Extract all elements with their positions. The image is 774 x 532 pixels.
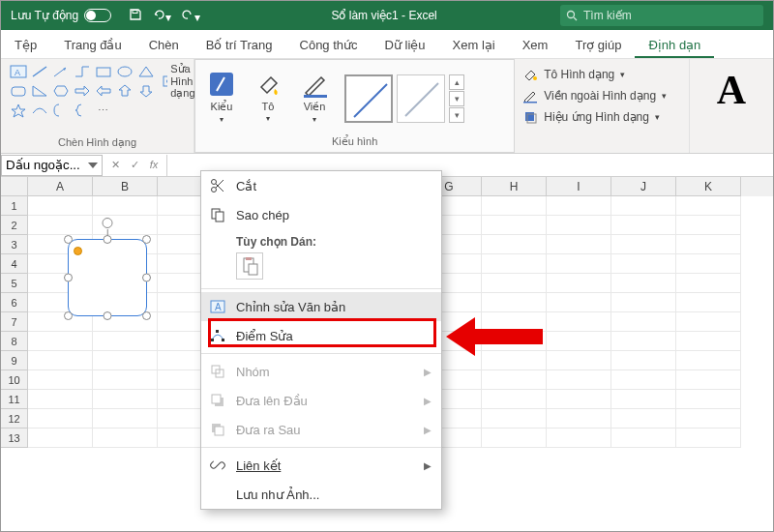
fx-icon[interactable]: fx <box>145 159 163 171</box>
style-preset-1[interactable] <box>344 74 393 123</box>
paint-bucket-small-icon <box>522 67 538 82</box>
row-header[interactable]: 12 <box>1 409 28 429</box>
style-down-icon[interactable]: ▾ <box>449 91 464 106</box>
menu-link[interactable]: Liên kết ▶ <box>201 451 441 480</box>
tab-page-layout[interactable]: Bố trí Trang <box>193 32 286 58</box>
row-header[interactable]: 4 <box>1 254 28 274</box>
cancel-formula-icon[interactable]: ✕ <box>106 159 124 171</box>
tab-review[interactable]: Xem lại <box>439 32 509 58</box>
arrow-line-icon <box>51 63 71 80</box>
resize-handle[interactable] <box>142 235 151 244</box>
col-header[interactable]: B <box>93 177 158 196</box>
svg-text:A: A <box>15 68 20 77</box>
hexagon-shape-icon <box>51 82 71 100</box>
tab-view[interactable]: Xem <box>509 32 562 58</box>
col-header[interactable]: A <box>28 177 93 196</box>
connector-icon <box>73 63 92 80</box>
svg-rect-40 <box>215 427 223 435</box>
resize-handle[interactable] <box>142 311 151 320</box>
row-header[interactable]: 11 <box>1 390 28 409</box>
styles-button[interactable]: Kiểu▾ <box>203 68 240 126</box>
col-header[interactable]: J <box>611 177 676 196</box>
style-more-icon[interactable]: ▾ <box>449 107 464 123</box>
submenu-arrow-icon: ▶ <box>424 396 432 406</box>
selected-shape[interactable] <box>54 225 161 330</box>
style-preset-2[interactable] <box>397 74 445 123</box>
col-header[interactable]: K <box>676 177 741 196</box>
style-gallery[interactable]: ▴ ▾ ▾ <box>344 64 464 126</box>
tab-file[interactable]: Tệp <box>1 32 50 58</box>
svg-rect-18 <box>523 102 537 103</box>
autosave-toggle[interactable]: Lưu Tự động <box>1 9 121 22</box>
menu-edit-points[interactable]: Điểm Sửa <box>201 321 441 350</box>
row-header[interactable]: 1 <box>1 196 28 216</box>
darrow-shape-icon <box>136 82 156 100</box>
tab-shape-format[interactable]: Định dạn <box>635 32 714 58</box>
row-header[interactable]: 8 <box>1 332 28 351</box>
shape-fill-dropdown[interactable]: Tô Hình dạng▾ <box>522 67 680 82</box>
scissors-icon <box>209 177 226 194</box>
shape-effects-dropdown[interactable]: Hiệu ứng Hình dạng▾ <box>522 109 680 125</box>
row-header[interactable]: 9 <box>1 351 28 370</box>
resize-handle[interactable] <box>104 235 112 244</box>
name-box[interactable] <box>1 155 103 176</box>
resize-handle[interactable] <box>64 311 73 320</box>
svg-point-17 <box>533 76 537 80</box>
cell[interactable] <box>28 196 93 216</box>
search-box[interactable]: Tìm kiếm <box>560 5 763 26</box>
row-header[interactable]: 7 <box>1 312 28 332</box>
quick-access-toolbar: ▾ ▾ <box>121 8 208 24</box>
toggle-switch-icon <box>84 9 111 22</box>
save-icon[interactable] <box>129 8 142 24</box>
search-icon <box>566 10 578 21</box>
titlebar: Lưu Tự động ▾ ▾ Sổ làm việc1 - Excel Tìm… <box>1 1 773 30</box>
svg-rect-39 <box>212 424 221 432</box>
style-up-icon[interactable]: ▴ <box>449 74 464 90</box>
svg-rect-34 <box>216 330 219 333</box>
rotate-handle-icon[interactable] <box>103 218 113 228</box>
resize-handle[interactable] <box>104 311 112 320</box>
resize-handle[interactable] <box>64 274 73 282</box>
menu-copy[interactable]: Sao chép <box>201 200 441 229</box>
col-header[interactable]: I <box>547 177 611 196</box>
row-header[interactable]: 3 <box>1 235 28 254</box>
shape-outline-dropdown[interactable]: Viền ngoài Hình dạng▾ <box>522 88 680 103</box>
row-header[interactable]: 5 <box>1 274 28 293</box>
submenu-arrow-icon: ▶ <box>424 460 432 471</box>
svg-point-22 <box>212 180 217 185</box>
group-shape-styles: Kiểu▾ Tô▾ Viền▾ ▴ ▾ ▾ <box>194 59 515 153</box>
enter-formula-icon[interactable]: ✓ <box>126 159 143 171</box>
group-icon <box>209 363 226 380</box>
row-header[interactable]: 10 <box>1 370 28 390</box>
bracket-shape-icon <box>51 102 71 119</box>
undo-icon[interactable]: ▾ <box>152 8 171 24</box>
shape-gallery[interactable]: A ⋯ <box>9 63 156 119</box>
row-header[interactable]: 13 <box>1 429 28 448</box>
col-header[interactable]: H <box>482 177 547 196</box>
menu-cut[interactable]: Cắt <box>201 171 441 200</box>
outline-button[interactable]: Viền▾ <box>296 68 333 126</box>
adjustment-handle-icon[interactable] <box>74 247 82 255</box>
effects-icon <box>522 109 538 125</box>
rtriangle-shape-icon <box>30 82 49 100</box>
menu-edit-text[interactable]: A Chỉnh sửa Văn bản <box>201 292 441 321</box>
svg-line-24 <box>216 180 223 188</box>
tab-home[interactable]: Trang đầu <box>50 32 135 58</box>
fill-button[interactable]: Tô▾ <box>250 68 286 126</box>
larrow-shape-icon <box>94 82 113 100</box>
resize-handle[interactable] <box>142 274 151 282</box>
tab-formulas[interactable]: Công thức <box>286 32 372 58</box>
row-header[interactable]: 6 <box>1 293 28 312</box>
svg-rect-38 <box>212 395 221 403</box>
resize-handle[interactable] <box>64 235 73 244</box>
row-header[interactable]: 2 <box>1 216 28 235</box>
menu-save-as-picture[interactable]: Lưu như Ảnh... <box>201 480 441 509</box>
tab-insert[interactable]: Chèn <box>135 32 193 58</box>
wordart-preset[interactable]: A <box>698 63 765 113</box>
tab-help[interactable]: Trợ giúp <box>561 32 635 58</box>
select-all-corner[interactable] <box>1 177 28 196</box>
menu-send-to-back: Đưa ra Sau ▶ <box>201 415 441 444</box>
redo-icon[interactable]: ▾ <box>181 8 200 24</box>
tab-data[interactable]: Dữ liệu <box>372 32 439 58</box>
paste-option-icon[interactable] <box>236 252 263 280</box>
